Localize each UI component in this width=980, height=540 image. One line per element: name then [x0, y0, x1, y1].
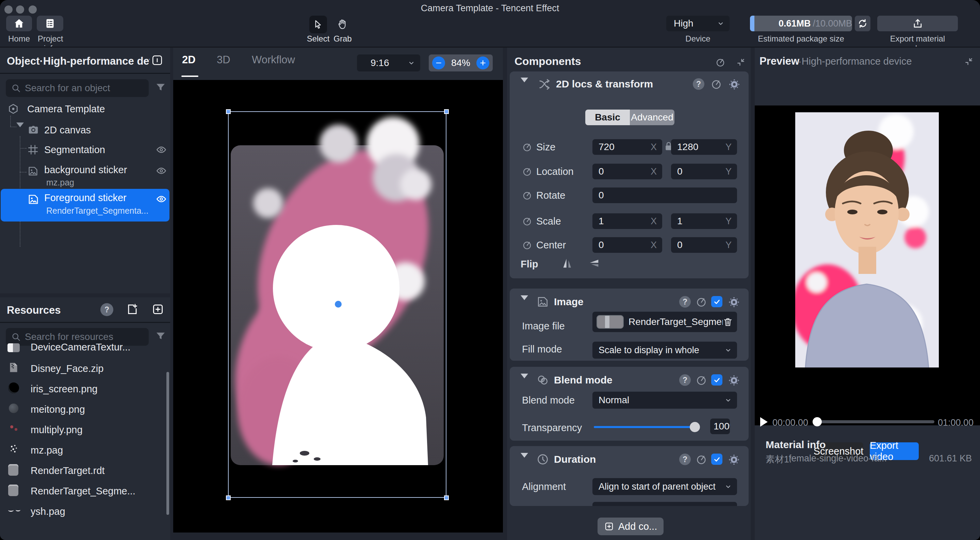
device-dropdown[interactable]: High: [666, 16, 730, 31]
duration-enabled-checkbox[interactable]: [711, 454, 722, 465]
filter-icon[interactable]: [155, 330, 166, 342]
blend-enabled-checkbox[interactable]: [711, 374, 722, 385]
resource-item[interactable]: DeviceCameraTextur...: [30, 342, 130, 353]
keyframe-icon[interactable]: [711, 78, 722, 90]
filter-icon[interactable]: [155, 82, 166, 93]
size-y-input[interactable]: 1280Y: [671, 139, 737, 155]
object-search[interactable]: [6, 79, 149, 97]
size-x-input[interactable]: 720X: [592, 139, 662, 155]
canvas-viewport[interactable]: [173, 80, 503, 532]
add-component-button[interactable]: Add co...: [598, 518, 663, 535]
keyframe-icon[interactable]: [522, 190, 532, 201]
selection-handle-tr[interactable]: [444, 109, 449, 114]
selection-handle-bl[interactable]: [226, 495, 231, 500]
home-button[interactable]: [6, 16, 32, 31]
resources-scrollbar[interactable]: [166, 372, 169, 515]
trash-icon[interactable]: [723, 317, 733, 327]
tree-item-segmentation[interactable]: Segmentation: [0, 142, 170, 158]
object-search-input[interactable]: [25, 83, 137, 94]
collapse-panel-icon[interactable]: [736, 57, 746, 67]
image-enabled-checkbox[interactable]: [711, 296, 722, 307]
selection-handle-tl[interactable]: [226, 109, 231, 114]
start-offset-input[interactable]: 0seconds: [592, 502, 737, 506]
collapse-section-caret[interactable]: [520, 300, 528, 306]
keyframe-icon[interactable]: [695, 454, 707, 465]
gear-icon[interactable]: [728, 374, 740, 387]
collapse-section-caret[interactable]: [520, 378, 528, 384]
resource-row[interactable]: meitong.png: [0, 402, 170, 423]
keyframe-icon[interactable]: [522, 216, 532, 226]
timeline-thumb[interactable]: [813, 417, 822, 426]
transparency-slider-track[interactable]: [594, 426, 700, 428]
help-icon[interactable]: ?: [679, 454, 691, 465]
collapse-section-caret[interactable]: [520, 82, 528, 88]
tree-item-camera-template[interactable]: Camera Template: [0, 101, 170, 117]
canvas-ratio-value: 9:16: [371, 57, 407, 68]
refresh-package-button[interactable]: [855, 16, 870, 31]
help-icon[interactable]: ?: [100, 303, 113, 316]
resource-row[interactable]: multiply.png: [0, 423, 170, 443]
gear-icon[interactable]: [728, 78, 740, 91]
keyframe-icon[interactable]: [695, 374, 707, 386]
collapse-panel-icon[interactable]: [964, 56, 974, 67]
keyframe-icon[interactable]: [522, 142, 532, 152]
alignment-dropdown[interactable]: Align to start of parent object: [592, 478, 737, 495]
help-icon[interactable]: ?: [679, 296, 691, 307]
fill-mode-dropdown[interactable]: Scale to display in whole: [592, 342, 737, 358]
resource-row[interactable]: RenderTarget.rdt: [0, 464, 170, 484]
location-x-input[interactable]: 0X: [592, 164, 662, 179]
project-info-button[interactable]: [37, 16, 63, 31]
canvas-ratio-dropdown[interactable]: 9:16: [357, 54, 420, 72]
collapse-section-caret[interactable]: [520, 458, 528, 464]
selection-bounds[interactable]: [228, 111, 447, 498]
expand-caret-icon[interactable]: [16, 127, 24, 134]
center-x-input[interactable]: 0X: [592, 237, 662, 253]
help-icon[interactable]: ?: [693, 78, 705, 90]
keyframe-icon[interactable]: [522, 166, 532, 177]
location-y-input[interactable]: 0Y: [671, 164, 737, 179]
zoom-out-button[interactable]: −: [432, 56, 445, 69]
add-resource-icon[interactable]: [151, 303, 164, 316]
transparency-slider-thumb[interactable]: [690, 422, 700, 432]
import-resource-icon[interactable]: [126, 303, 139, 316]
zoom-in-button[interactable]: +: [476, 56, 489, 69]
scale-x-input[interactable]: 1X: [592, 213, 662, 229]
grab-tool-button[interactable]: [334, 16, 351, 33]
select-tool-button[interactable]: [309, 16, 327, 33]
resource-row[interactable]: ysh.pag: [0, 504, 170, 525]
rotate-input[interactable]: 0: [592, 188, 737, 203]
collapse-panel-icon[interactable]: [151, 54, 163, 66]
scale-y-input[interactable]: 1Y: [671, 213, 737, 229]
flip-vertical-icon[interactable]: [587, 256, 601, 270]
tree-item-2d-canvas[interactable]: 2D canvas: [0, 123, 170, 138]
tab-basic[interactable]: Basic: [585, 110, 630, 125]
selection-handle-br[interactable]: [444, 495, 449, 500]
resource-row[interactable]: Disney_Face.zip: [0, 362, 170, 382]
tab-advanced[interactable]: Advanced: [630, 110, 675, 125]
tab-2d[interactable]: 2D: [182, 54, 196, 66]
flip-horizontal-icon[interactable]: [561, 256, 574, 270]
center-y-input[interactable]: 0Y: [671, 237, 737, 253]
export-package-button[interactable]: [877, 16, 958, 31]
resource-row[interactable]: mz.pag: [0, 443, 170, 464]
tree-item-foreground-sticker[interactable]: Foreground sticker RenderTarget_Segmenta…: [1, 189, 169, 221]
gear-icon[interactable]: [728, 454, 740, 466]
keyframe-icon[interactable]: [695, 296, 707, 307]
tab-workflow[interactable]: Workflow: [252, 54, 295, 66]
transparency-value[interactable]: 100%: [710, 419, 730, 434]
resource-row[interactable]: iris_screen.png: [0, 382, 170, 402]
image-file-value-box[interactable]: RenderTarget_Segmen: [592, 312, 737, 332]
timeline-track[interactable]: [816, 420, 934, 423]
resource-row[interactable]: RenderTarget_Segme...: [0, 484, 170, 504]
tab-3d[interactable]: 3D: [217, 54, 231, 66]
reset-all-icon[interactable]: [715, 57, 725, 67]
play-button[interactable]: [760, 417, 768, 427]
gear-icon[interactable]: [728, 296, 740, 308]
tree-item-background-sticker[interactable]: background sticker mz.pag: [0, 163, 170, 189]
visibility-eye-icon[interactable]: [156, 144, 167, 155]
visibility-eye-icon[interactable]: [156, 166, 167, 176]
visibility-eye-icon[interactable]: [156, 194, 167, 204]
blend-mode-dropdown[interactable]: Normal: [592, 392, 737, 409]
keyframe-icon[interactable]: [522, 240, 532, 250]
help-icon[interactable]: ?: [679, 374, 691, 386]
